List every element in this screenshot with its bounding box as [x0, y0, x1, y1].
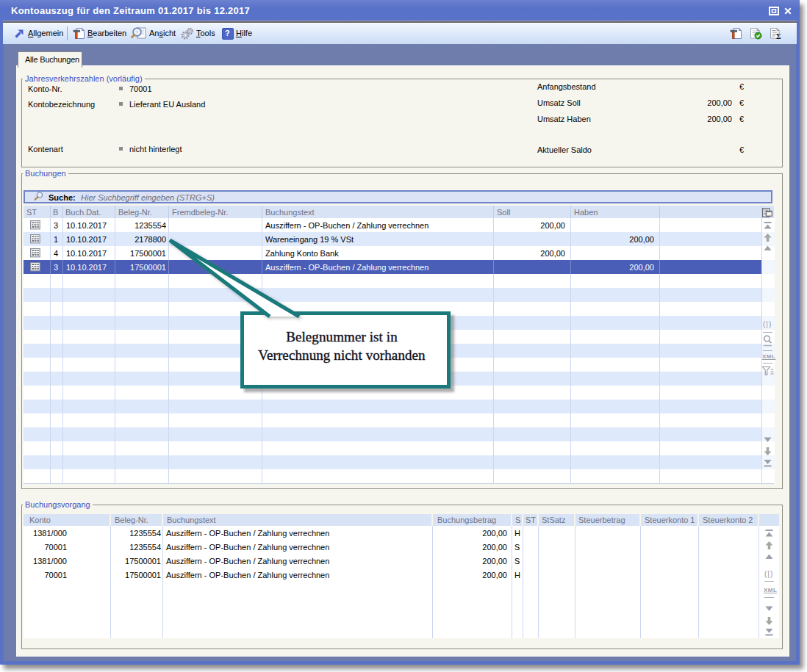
- svg-text:Σ: Σ: [776, 32, 781, 40]
